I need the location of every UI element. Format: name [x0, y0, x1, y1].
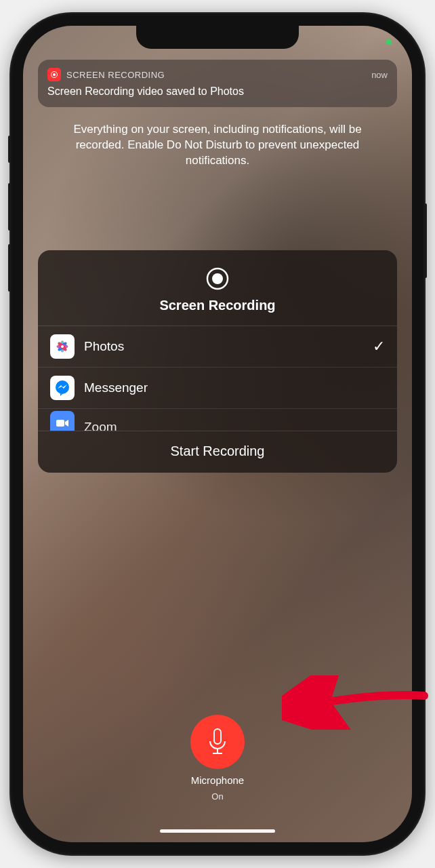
- svg-point-3: [212, 273, 223, 284]
- silent-switch: [8, 136, 11, 163]
- microphone-icon: [206, 728, 229, 756]
- content-area: SCREEN RECORDING now Screen Recording vi…: [23, 26, 412, 842]
- microphone-label: Microphone: [191, 774, 244, 786]
- app-row-zoom[interactable]: Zoom: [38, 409, 397, 431]
- microphone-section: Microphone On: [38, 715, 397, 822]
- notification-body: Screen Recording video saved to Photos: [47, 85, 388, 98]
- microphone-toggle-button[interactable]: [190, 715, 245, 769]
- zoom-app-icon: [50, 411, 75, 431]
- screen-recording-app-icon: [47, 68, 61, 81]
- popup-title: Screen Recording: [159, 298, 275, 313]
- messenger-app-icon: [50, 376, 75, 400]
- checkmark-icon: ✓: [373, 338, 385, 355]
- app-row-messenger[interactable]: Messenger: [38, 368, 397, 409]
- popup-header: Screen Recording: [38, 250, 397, 326]
- notch: [136, 26, 299, 49]
- photos-app-icon: [50, 334, 75, 359]
- record-icon: [205, 267, 230, 291]
- volume-down-button: [8, 244, 11, 292]
- microphone-state: On: [211, 791, 223, 802]
- svg-point-12: [61, 345, 64, 348]
- notification-banner[interactable]: SCREEN RECORDING now Screen Recording vi…: [38, 60, 397, 107]
- camera-indicator-dot: [386, 39, 392, 45]
- home-indicator[interactable]: [160, 829, 275, 833]
- svg-point-1: [53, 73, 56, 76]
- svg-rect-15: [214, 729, 221, 744]
- svg-rect-14: [56, 420, 64, 427]
- screen-recording-popup: Screen Recording: [38, 250, 397, 473]
- side-button: [424, 203, 427, 278]
- app-label: Messenger: [84, 380, 148, 395]
- start-recording-button[interactable]: Start Recording: [38, 431, 397, 473]
- recording-info-text: Everything on your screen, including not…: [38, 107, 397, 169]
- notification-header: SCREEN RECORDING now: [47, 68, 388, 81]
- volume-up-button: [8, 183, 11, 231]
- notification-app-name: SCREEN RECORDING: [66, 70, 165, 80]
- app-label: Zoom: [84, 420, 117, 431]
- notification-time: now: [371, 70, 388, 80]
- app-row-photos[interactable]: Photos ✓: [38, 326, 397, 368]
- screen: SCREEN RECORDING now Screen Recording vi…: [23, 26, 412, 842]
- app-label: Photos: [84, 339, 124, 354]
- app-destination-list: Photos ✓ Messenger: [38, 326, 397, 431]
- iphone-frame: SCREEN RECORDING now Screen Recording vi…: [11, 14, 424, 854]
